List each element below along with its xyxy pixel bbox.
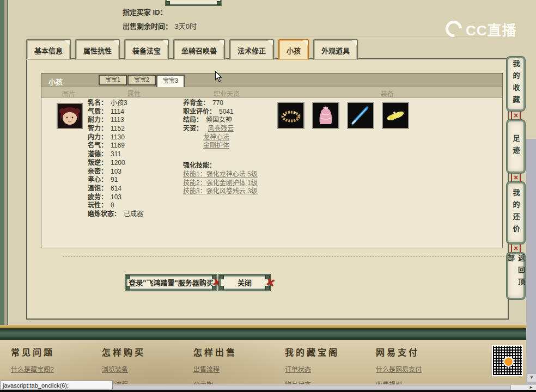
footer-link-what-is-epay[interactable]: 什么是网易支付 bbox=[376, 364, 428, 373]
scroll-down-arrow-icon[interactable]: ▼ bbox=[527, 373, 536, 382]
tab-corner-fold-icon bbox=[65, 40, 70, 45]
qr-code-image bbox=[492, 345, 523, 376]
skill-link-3[interactable]: 技能3：强化风卷残云 3级 bbox=[183, 187, 258, 195]
ribbon-connector-icon: ✕ bbox=[509, 173, 523, 182]
column-image: 图片 bbox=[52, 89, 85, 98]
attr-row: 疲劳：103 bbox=[88, 193, 143, 202]
ribbon-connector-icon: ✕ bbox=[509, 111, 523, 120]
footer-link-fee-rules[interactable]: 收费规则 bbox=[376, 379, 428, 384]
footer-link-public-period[interactable]: 公示期 bbox=[193, 379, 237, 384]
child-avatar bbox=[57, 103, 83, 129]
qr-pattern bbox=[493, 346, 522, 375]
talent-row: 天资： 风卷残云 bbox=[183, 125, 258, 133]
column-equipment: 装备 bbox=[366, 89, 409, 98]
attr-row: 磨炼状态：已成器 bbox=[88, 210, 143, 219]
attr-row: 名气：1169 bbox=[88, 142, 143, 150]
equip-blue-sword-icon[interactable] bbox=[347, 102, 374, 129]
tab-basic-info[interactable]: 基本信息 bbox=[26, 39, 71, 59]
talent-link-3[interactable]: 金刚护体 bbox=[203, 142, 229, 149]
equip-yellow-shoes-icon[interactable] bbox=[382, 102, 409, 129]
button-stud bbox=[126, 275, 130, 279]
tab-child-active[interactable]: 小孩 bbox=[278, 39, 309, 59]
tab-equip-fabao[interactable]: 装备法宝 bbox=[124, 39, 169, 59]
sidebar-footprints[interactable]: 足迹 bbox=[507, 120, 525, 173]
column-attributes: 属性 bbox=[118, 89, 150, 98]
tab-mount-summon[interactable]: 坐骑召唤兽 bbox=[173, 39, 225, 59]
sidebar-my-favorites[interactable]: 我的收藏 bbox=[507, 57, 525, 111]
top-partial-button[interactable] bbox=[165, 0, 222, 5]
equip-wreath-icon[interactable] bbox=[277, 102, 304, 129]
attr-row: 孝心：91 bbox=[88, 176, 143, 185]
button-stud bbox=[126, 286, 130, 290]
ribbon-connector-icon: ✕ bbox=[509, 244, 523, 253]
equipment-slot-list bbox=[277, 102, 409, 129]
qr-center-logo-icon bbox=[503, 357, 514, 367]
tab-corner-fold-icon bbox=[268, 40, 273, 45]
equip-pink-dress-icon[interactable] bbox=[312, 102, 339, 129]
sale-time-label: 出售剩余时间： bbox=[123, 22, 172, 30]
attr-row: 内力：1130 bbox=[88, 133, 143, 142]
sidebar-my-counteroffer[interactable]: 我的还价 bbox=[507, 182, 525, 244]
career-row: 养育金：770 bbox=[183, 99, 258, 108]
main-tab-bar: 基本信息 属性抗性 装备法宝 坐骑召唤兽 法术修正 小孩 外观道具 bbox=[26, 39, 358, 59]
login-server-buy-button[interactable]: 登录"飞鸿踏雪"服务器购买 ✕ bbox=[125, 274, 217, 291]
tab-corner-fold-icon bbox=[114, 40, 119, 45]
attr-row: 玩性：0 bbox=[88, 201, 143, 210]
footer-heading: 怎样出售 bbox=[193, 345, 237, 358]
sub-tab-baby1[interactable]: 宝宝1 bbox=[99, 75, 127, 85]
close-button[interactable]: 关闭 ✕ bbox=[219, 274, 270, 291]
mouse-cursor-icon bbox=[215, 71, 222, 84]
career-row: 职业评价：5041 bbox=[183, 108, 258, 117]
vertical-scrollbar-track[interactable] bbox=[526, 139, 536, 384]
footer-link-browse-equip[interactable]: 浏览装备 bbox=[102, 364, 145, 373]
left-decorative-edge bbox=[0, 0, 9, 329]
footer-link-what-is-cbg[interactable]: 什么是藏宝阁? bbox=[11, 364, 54, 373]
scroll-right-arrow-icon[interactable]: ► bbox=[526, 385, 536, 390]
cbg-child-detail-page: 指定买家 ID： 出售剩余时间： 3天0时 CC直播 基本信息 属性抗性 装备法… bbox=[0, 0, 536, 392]
skill-link-2[interactable]: 技能2：强化金刚护体 1级 bbox=[183, 179, 258, 187]
footer-link-item-status[interactable]: 物品状态 bbox=[285, 379, 339, 384]
sub-tab-baby3-active[interactable]: 宝宝3 bbox=[156, 75, 185, 87]
attr-row: 耐力：1113 bbox=[88, 116, 143, 125]
attr-row: 亲密：103 bbox=[88, 168, 143, 176]
attr-row: 智力：1152 bbox=[88, 125, 143, 133]
baby-table-header: 图片 属性 职业天资 装备 bbox=[41, 87, 502, 98]
attr-row: 乳名：小孩3 bbox=[88, 99, 143, 108]
tab-corner-fold-icon bbox=[352, 40, 357, 45]
attribute-list: 乳名：小孩3 气质：1114 耐力：1113 智力：1152 内力：1130 名… bbox=[88, 99, 143, 219]
browser-status-tooltip: javascript:tab_onclick(6); bbox=[0, 381, 113, 389]
button-stud bbox=[220, 286, 224, 290]
cc-logo-icon bbox=[442, 17, 465, 40]
sidebar-back-to-top[interactable]: 返回顶部 bbox=[507, 253, 525, 299]
tab-attr-resist[interactable]: 属性抗性 bbox=[75, 39, 120, 59]
sub-tab-baby2[interactable]: 宝宝2 bbox=[127, 75, 156, 85]
button-stud bbox=[217, 1, 221, 5]
skill-link-1[interactable]: 技能1：强化龙神心法 5级 bbox=[183, 170, 258, 178]
dashed-separator bbox=[63, 256, 523, 257]
footer-heading: 怎样购买 bbox=[102, 345, 145, 358]
page-footer: 常见问题 什么是藏宝阁? 常见问题 怎样购买 浏览装备 购买流程 资金充值 怎样… bbox=[0, 340, 526, 384]
baby-panel-title: 小孩 bbox=[48, 76, 63, 87]
button-stud bbox=[166, 1, 170, 5]
footer-col-my-cbg: 我的藏宝阁 订单状态 物品状态 系统设置 bbox=[285, 340, 339, 384]
cc-logo-text: CC直播 bbox=[466, 19, 517, 39]
tab-spell-correction[interactable]: 法术修正 bbox=[229, 39, 274, 59]
footer-heading: 网易支付 bbox=[376, 345, 428, 358]
tab-appearance-items[interactable]: 外观道具 bbox=[313, 39, 358, 59]
footer-heading: 我的藏宝阁 bbox=[285, 345, 339, 358]
attr-row: 叛逆：1200 bbox=[88, 159, 143, 168]
footer-link-order-status[interactable]: 订单状态 bbox=[285, 364, 339, 373]
tab-corner-fold-icon bbox=[219, 40, 224, 45]
footer-col-how-to-buy: 怎样购买 浏览装备 购买流程 资金充值 bbox=[102, 340, 145, 384]
footer-heading: 常见问题 bbox=[11, 345, 54, 358]
footer-link-sell-process[interactable]: 出售流程 bbox=[193, 364, 237, 373]
tab-corner-fold-icon bbox=[303, 40, 308, 45]
footer-col-faq: 常见问题 什么是藏宝阁? 常见问题 bbox=[11, 340, 54, 384]
baby-detail-panel: 小孩 宝宝1 宝宝2 宝宝3 图片 属性 职业天资 装备 bbox=[41, 73, 503, 248]
talent-link-2[interactable]: 龙神心法 bbox=[203, 133, 229, 141]
cc-live-watermark: CC直播 bbox=[446, 18, 534, 40]
talent-link-1[interactable]: 风卷残云 bbox=[208, 125, 234, 132]
green-beam-divider bbox=[0, 328, 526, 340]
tab-corner-fold-icon bbox=[163, 40, 168, 45]
buyer-id-label: 指定买家 ID： bbox=[123, 7, 167, 17]
